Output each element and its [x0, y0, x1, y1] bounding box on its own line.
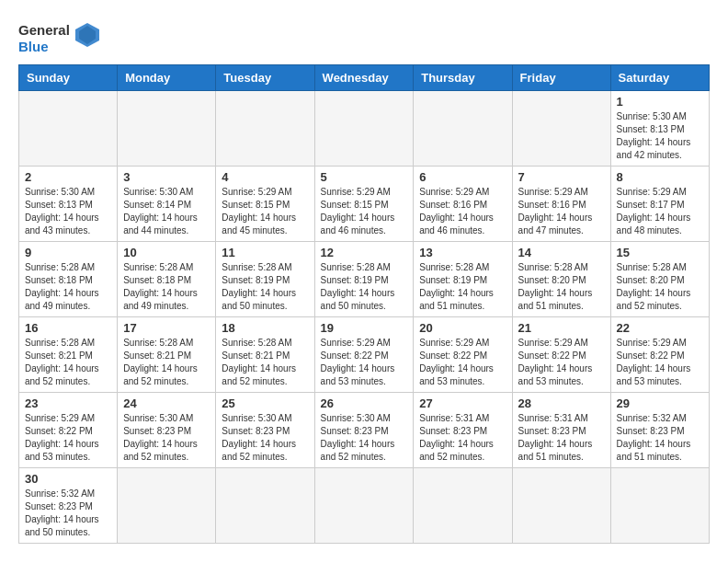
day-info: Sunrise: 5:30 AM Sunset: 8:23 PM Dayligh…	[222, 412, 308, 464]
day-info: Sunrise: 5:28 AM Sunset: 8:20 PM Dayligh…	[617, 261, 703, 313]
calendar-cell: 9Sunrise: 5:28 AM Sunset: 8:18 PM Daylig…	[19, 242, 118, 317]
day-number: 21	[518, 321, 605, 335]
calendar-cell: 24Sunrise: 5:30 AM Sunset: 8:23 PM Dayli…	[118, 393, 216, 468]
calendar-cell: 7Sunrise: 5:29 AM Sunset: 8:16 PM Daylig…	[512, 167, 610, 242]
calendar-cell: 26Sunrise: 5:30 AM Sunset: 8:23 PM Dayli…	[314, 393, 414, 468]
calendar-cell	[610, 468, 709, 544]
day-info: Sunrise: 5:32 AM Sunset: 8:23 PM Dayligh…	[25, 488, 111, 539]
calendar-cell	[414, 91, 512, 167]
day-number: 3	[123, 170, 210, 184]
calendar-cell: 23Sunrise: 5:29 AM Sunset: 8:22 PM Dayli…	[19, 393, 118, 468]
day-info: Sunrise: 5:28 AM Sunset: 8:20 PM Dayligh…	[518, 261, 605, 313]
col-header-friday: Friday	[512, 65, 610, 91]
day-number: 15	[617, 246, 703, 259]
calendar-cell	[118, 91, 216, 167]
calendar-cell: 12Sunrise: 5:28 AM Sunset: 8:19 PM Dayli…	[314, 242, 414, 317]
day-number: 2	[25, 170, 111, 184]
day-number: 11	[222, 246, 308, 259]
calendar-cell: 8Sunrise: 5:29 AM Sunset: 8:17 PM Daylig…	[610, 167, 709, 242]
calendar-cell: 30Sunrise: 5:32 AM Sunset: 8:23 PM Dayli…	[19, 468, 118, 544]
day-info: Sunrise: 5:28 AM Sunset: 8:18 PM Dayligh…	[123, 261, 210, 313]
day-number: 25	[222, 396, 308, 410]
calendar-cell: 18Sunrise: 5:28 AM Sunset: 8:21 PM Dayli…	[216, 317, 314, 393]
day-info: Sunrise: 5:31 AM Sunset: 8:23 PM Dayligh…	[419, 412, 506, 464]
svg-text:General: General	[18, 22, 70, 38]
day-info: Sunrise: 5:29 AM Sunset: 8:22 PM Dayligh…	[518, 337, 605, 388]
day-info: Sunrise: 5:30 AM Sunset: 8:23 PM Dayligh…	[321, 412, 408, 464]
day-info: Sunrise: 5:29 AM Sunset: 8:22 PM Dayligh…	[419, 337, 506, 388]
col-header-tuesday: Tuesday	[216, 65, 314, 91]
calendar-cell	[512, 468, 610, 544]
day-info: Sunrise: 5:28 AM Sunset: 8:19 PM Dayligh…	[419, 261, 506, 313]
day-number: 13	[419, 246, 506, 259]
day-info: Sunrise: 5:29 AM Sunset: 8:15 PM Dayligh…	[321, 186, 408, 237]
calendar-cell: 11Sunrise: 5:28 AM Sunset: 8:19 PM Dayli…	[216, 242, 314, 317]
day-number: 30	[25, 472, 111, 486]
calendar-cell	[512, 91, 610, 167]
calendar-cell: 16Sunrise: 5:28 AM Sunset: 8:21 PM Dayli…	[19, 317, 118, 393]
calendar-cell: 13Sunrise: 5:28 AM Sunset: 8:19 PM Dayli…	[414, 242, 512, 317]
col-header-sunday: Sunday	[19, 65, 118, 91]
calendar-cell	[19, 91, 118, 167]
calendar-cell	[118, 468, 216, 544]
calendar-cell	[216, 468, 314, 544]
day-info: Sunrise: 5:29 AM Sunset: 8:16 PM Dayligh…	[419, 186, 506, 237]
calendar-cell: 22Sunrise: 5:29 AM Sunset: 8:22 PM Dayli…	[610, 317, 709, 393]
day-number: 24	[123, 396, 210, 410]
calendar-cell: 10Sunrise: 5:28 AM Sunset: 8:18 PM Dayli…	[118, 242, 216, 317]
day-number: 19	[321, 321, 408, 335]
day-number: 23	[25, 396, 111, 410]
calendar-table: SundayMondayTuesdayWednesdayThursdayFrid…	[18, 64, 710, 544]
page-header: General Blue	[18, 18, 710, 55]
day-info: Sunrise: 5:30 AM Sunset: 8:23 PM Dayligh…	[123, 412, 210, 464]
calendar-cell: 28Sunrise: 5:31 AM Sunset: 8:23 PM Dayli…	[512, 393, 610, 468]
generalblue-logo-svg: General Blue	[18, 18, 101, 55]
calendar-cell	[314, 468, 414, 544]
calendar-cell: 25Sunrise: 5:30 AM Sunset: 8:23 PM Dayli…	[216, 393, 314, 468]
day-info: Sunrise: 5:29 AM Sunset: 8:22 PM Dayligh…	[617, 337, 703, 388]
day-info: Sunrise: 5:29 AM Sunset: 8:15 PM Dayligh…	[222, 186, 308, 237]
calendar-cell: 27Sunrise: 5:31 AM Sunset: 8:23 PM Dayli…	[414, 393, 512, 468]
day-info: Sunrise: 5:28 AM Sunset: 8:19 PM Dayligh…	[222, 261, 308, 313]
day-info: Sunrise: 5:30 AM Sunset: 8:13 PM Dayligh…	[617, 110, 703, 162]
day-number: 18	[222, 321, 308, 335]
day-info: Sunrise: 5:28 AM Sunset: 8:21 PM Dayligh…	[25, 337, 111, 388]
day-number: 17	[123, 321, 210, 335]
day-number: 27	[419, 396, 506, 410]
col-header-saturday: Saturday	[610, 65, 709, 91]
calendar-cell: 19Sunrise: 5:29 AM Sunset: 8:22 PM Dayli…	[314, 317, 414, 393]
day-number: 14	[518, 246, 605, 259]
calendar-cell	[414, 468, 512, 544]
day-info: Sunrise: 5:28 AM Sunset: 8:19 PM Dayligh…	[321, 261, 408, 313]
day-number: 7	[518, 170, 605, 184]
calendar-cell: 6Sunrise: 5:29 AM Sunset: 8:16 PM Daylig…	[414, 167, 512, 242]
day-number: 1	[617, 95, 703, 109]
calendar-cell: 5Sunrise: 5:29 AM Sunset: 8:15 PM Daylig…	[314, 167, 414, 242]
day-info: Sunrise: 5:28 AM Sunset: 8:18 PM Dayligh…	[25, 261, 111, 313]
day-number: 20	[419, 321, 506, 335]
col-header-wednesday: Wednesday	[314, 65, 414, 91]
calendar-header-row: SundayMondayTuesdayWednesdayThursdayFrid…	[19, 65, 710, 91]
day-info: Sunrise: 5:29 AM Sunset: 8:22 PM Dayligh…	[25, 412, 111, 464]
calendar-cell	[314, 91, 414, 167]
day-info: Sunrise: 5:29 AM Sunset: 8:22 PM Dayligh…	[321, 337, 408, 388]
day-info: Sunrise: 5:30 AM Sunset: 8:14 PM Dayligh…	[123, 186, 210, 237]
day-info: Sunrise: 5:32 AM Sunset: 8:23 PM Dayligh…	[617, 412, 703, 464]
logo: General Blue	[18, 18, 101, 55]
day-info: Sunrise: 5:29 AM Sunset: 8:17 PM Dayligh…	[617, 186, 703, 237]
day-number: 29	[617, 396, 703, 410]
day-info: Sunrise: 5:28 AM Sunset: 8:21 PM Dayligh…	[222, 337, 308, 388]
calendar-cell: 4Sunrise: 5:29 AM Sunset: 8:15 PM Daylig…	[216, 167, 314, 242]
calendar-cell: 1Sunrise: 5:30 AM Sunset: 8:13 PM Daylig…	[610, 91, 709, 167]
calendar-cell: 2Sunrise: 5:30 AM Sunset: 8:13 PM Daylig…	[19, 167, 118, 242]
day-number: 12	[321, 246, 408, 259]
day-number: 26	[321, 396, 408, 410]
day-number: 28	[518, 396, 605, 410]
calendar-cell: 14Sunrise: 5:28 AM Sunset: 8:20 PM Dayli…	[512, 242, 610, 317]
calendar-cell: 29Sunrise: 5:32 AM Sunset: 8:23 PM Dayli…	[610, 393, 709, 468]
day-number: 16	[25, 321, 111, 335]
day-number: 9	[25, 246, 111, 259]
day-number: 8	[617, 170, 703, 184]
calendar-cell: 15Sunrise: 5:28 AM Sunset: 8:20 PM Dayli…	[610, 242, 709, 317]
day-number: 6	[419, 170, 506, 184]
